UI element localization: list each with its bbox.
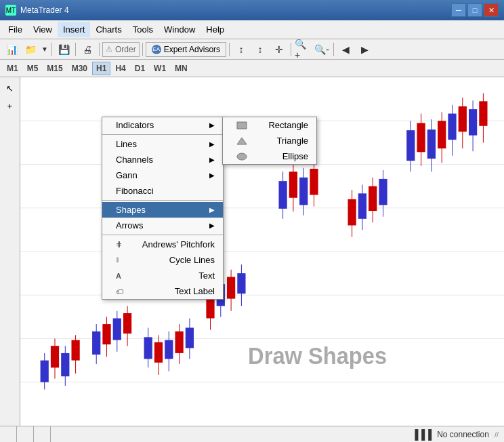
order-section: ⚠ Order [102,42,140,57]
svg-rect-43 [278,181,287,209]
status-bar: ▐▐▐ No connection // [0,426,504,442]
svg-rect-25 [144,337,152,359]
shapes-submenu: Rectangle Triangle Ellipse [222,117,317,165]
arrow-icon: ▶ [209,140,215,148]
divider3 [102,235,223,235]
timeframe-bar: M1 M5 M15 M30 H1 H4 D1 W1 MN [0,60,504,77]
open-btn[interactable]: 📁 [22,41,39,58]
main-area: ↖ + [0,77,504,426]
sep7 [333,43,334,56]
app-title: MetaTrader 4 [20,5,69,15]
menu-fibonacci[interactable]: Fibonacci [102,183,223,199]
svg-rect-41 [237,273,245,294]
menu-text[interactable]: A Text [102,268,223,283]
shape-rectangle[interactable]: Rectangle [223,117,316,133]
crosshair-tool[interactable]: + [1,98,19,114]
status-section-2 [22,426,34,442]
arrow-icon: ▶ [209,206,215,214]
svg-rect-23 [123,313,131,334]
close-button[interactable]: ✕ [484,3,499,17]
minimize-button[interactable]: ─ [451,3,466,17]
pitchfork-icon: ⋕ [116,240,122,249]
text-label-icon: 🏷 [116,287,123,296]
menu-help[interactable]: Help [201,22,230,37]
menu-text-label[interactable]: 🏷 Text Label [102,283,223,299]
svg-rect-29 [165,340,173,359]
menu-gann[interactable]: Gann ▶ [102,167,223,183]
menu-window[interactable]: Window [159,22,201,37]
menu-file[interactable]: File [3,22,28,37]
maximize-button[interactable]: □ [467,3,482,17]
tf-m5[interactable]: M5 [23,62,43,75]
new-chart-btn[interactable]: 📊 [3,41,20,58]
arrow-icon: ▶ [209,222,215,229]
arrow-icon: ▶ [209,172,215,179]
arrow-icon: ▶ [209,121,215,129]
sep3 [99,43,100,56]
menu-bar: File View Insert Charts Tools Window Hel… [0,20,504,39]
save-btn[interactable]: 💾 [55,41,72,58]
menu-indicators[interactable]: Indicators ▶ [102,117,223,133]
title-bar: MT MetaTrader 4 ─ □ ✕ [0,0,504,20]
status-section-3 [39,426,51,442]
svg-rect-15 [71,340,79,361]
svg-rect-45 [289,172,297,198]
tf-d1[interactable]: D1 [131,62,149,75]
shape-triangle[interactable]: Triangle [223,133,316,148]
svg-point-77 [237,153,247,160]
order-label: Order [115,45,136,54]
triangle-icon [236,137,247,145]
tf-m15[interactable]: M15 [43,62,66,75]
tf-h4[interactable]: H4 [111,62,129,75]
dropdown-btn[interactable]: ▼ [41,41,49,58]
menu-arrows[interactable]: Arrows ▶ [102,218,223,233]
rectangle-icon [236,121,247,129]
svg-rect-11 [51,346,59,367]
insert-menu: Indicators ▶ Lines ▶ Channels ▶ Gann ▶ F… [102,117,224,300]
order-icon: ⚠ [106,45,112,54]
menu-tools[interactable]: Tools [127,22,159,37]
tf-m30[interactable]: M30 [68,62,91,75]
connection-bars-icon: ▐▐▐ [411,429,432,440]
svg-text:Draw Shapes: Draw Shapes [248,343,387,369]
arrow-tool[interactable]: ↖ [1,80,19,96]
svg-rect-17 [92,332,100,355]
svg-rect-27 [154,342,163,363]
menu-charts[interactable]: Charts [90,22,127,37]
zoom-in-btn[interactable]: 🔍+ [294,41,312,58]
ea-label: Expert Advisors [164,45,220,54]
tf-h1[interactable]: H1 [92,62,110,75]
chart-area[interactable]: Draw Shapes Indicators ▶ Lines ▶ Channel… [20,77,504,426]
print-btn[interactable]: 🖨 [79,41,96,58]
svg-rect-33 [186,327,194,348]
expert-advisors-btn[interactable]: EA Expert Advisors [146,42,226,57]
ellipse-icon [236,153,247,161]
text-icon: A [116,272,121,280]
menu-andrews-pitchfork[interactable]: ⋕ Andrews' Pitchfork [102,237,223,252]
svg-rect-19 [102,324,110,344]
scroll-right-btn[interactable]: ▶ [356,41,373,58]
zoom-out-btn[interactable]: 🔍- [313,41,331,58]
tf-mn[interactable]: MN [171,62,192,75]
shape-ellipse[interactable]: Ellipse [223,148,316,164]
scroll-left-btn[interactable]: ◀ [337,41,354,58]
menu-channels[interactable]: Channels ▶ [102,152,223,167]
menu-lines[interactable]: Lines ▶ [102,136,223,152]
period-sep-btn[interactable]: ↕ [232,41,250,58]
svg-rect-9 [41,361,49,382]
period-sep-btn2[interactable]: ↕ [251,41,269,58]
svg-rect-21 [113,319,121,340]
svg-rect-67 [448,114,456,140]
svg-rect-63 [427,129,436,159]
menu-cycle-lines[interactable]: ⦀ Cycle Lines [102,252,223,268]
tf-w1[interactable]: W1 [150,62,170,75]
no-connection-label: No connection [437,430,489,439]
svg-rect-53 [358,193,366,218]
crosshair-btn[interactable]: ✛ [270,41,288,58]
left-toolbar: ↖ + [0,77,20,426]
menu-view[interactable]: View [28,22,58,37]
menu-insert[interactable]: Insert [58,22,91,37]
cycle-lines-icon: ⦀ [116,256,119,264]
menu-shapes[interactable]: Shapes ▶ [102,202,223,218]
tf-m1[interactable]: M1 [3,62,22,75]
